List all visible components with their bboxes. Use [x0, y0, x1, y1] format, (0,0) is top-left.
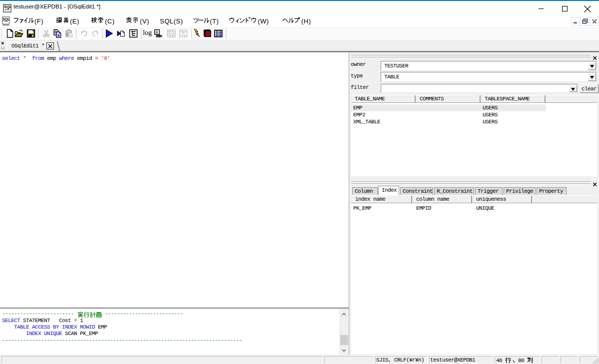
svg-text:SQL: SQL [3, 17, 10, 21]
svg-text:a: a [155, 30, 158, 35]
svg-text:SQL: SQL [4, 4, 11, 9]
